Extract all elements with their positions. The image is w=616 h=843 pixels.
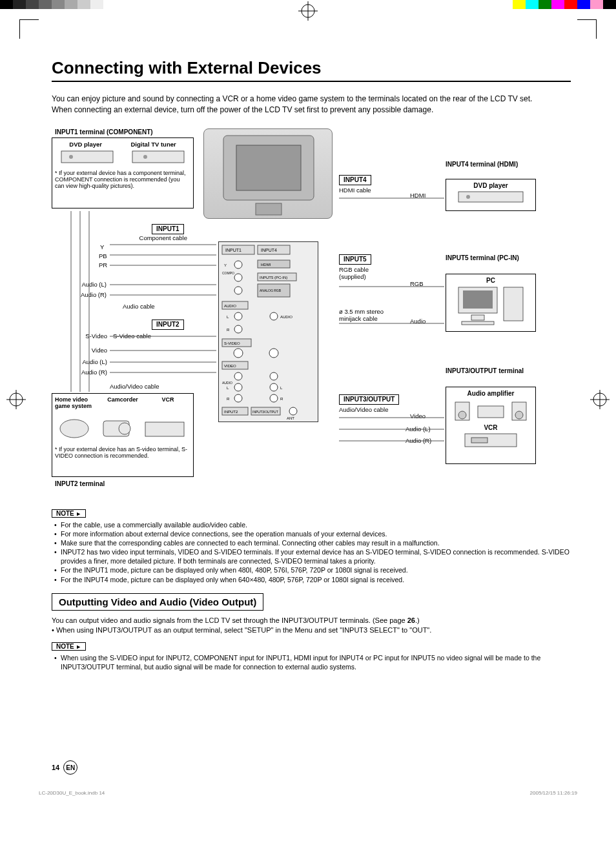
note-tag: NOTE bbox=[52, 642, 86, 651]
y-label: Y bbox=[100, 243, 104, 250]
svg-point-12 bbox=[143, 155, 147, 159]
rgb-cable-label: RGB cable (supplied) bbox=[339, 266, 378, 281]
hdmi-label: HDMI bbox=[410, 192, 426, 199]
svg-rect-18 bbox=[236, 145, 301, 190]
svg-point-53 bbox=[270, 383, 278, 391]
device-icons bbox=[55, 409, 190, 445]
svg-point-49 bbox=[234, 372, 242, 380]
tuner-label: Digital TV tuner bbox=[131, 141, 176, 148]
svg-text:L: L bbox=[280, 386, 283, 390]
svg-text:R: R bbox=[280, 397, 283, 401]
minijack-label: ø 3.5 mm stereo minijack cable bbox=[339, 308, 397, 323]
input5-header: INPUT5 terminal (PC-IN) bbox=[446, 254, 529, 261]
rgb-label: RGB bbox=[410, 280, 424, 287]
page-title: Connecting with External Devices bbox=[52, 58, 571, 82]
pc-label: PC bbox=[449, 277, 533, 284]
svg-rect-76 bbox=[478, 406, 504, 418]
dvd-label: DVD player bbox=[69, 141, 102, 148]
svg-point-68 bbox=[466, 195, 470, 199]
input4-header: INPUT4 terminal (HDMI) bbox=[446, 161, 529, 168]
svg-point-75 bbox=[458, 411, 466, 419]
svg-text:L: L bbox=[227, 386, 229, 390]
audio-l-label: Audio (L) bbox=[68, 281, 107, 288]
svg-point-78 bbox=[515, 411, 523, 419]
intro-line: You can enjoy picture and sound by conne… bbox=[52, 94, 571, 105]
svg-point-50 bbox=[270, 372, 278, 380]
intro-line: When connecting an external device, turn… bbox=[52, 105, 571, 116]
device-icon bbox=[449, 397, 533, 423]
note-item: When using the S-VIDEO input for INPUT2,… bbox=[52, 653, 571, 671]
audio-r-label: Audio (R) bbox=[406, 437, 431, 444]
svg-text:INPUT4: INPUT4 bbox=[261, 248, 277, 252]
note-item: For more information about external devi… bbox=[52, 529, 571, 538]
audio-r-label: Audio (R) bbox=[70, 369, 107, 376]
svideo-label: S-Video bbox=[70, 332, 107, 340]
input4-tag: INPUT4 bbox=[339, 175, 371, 185]
input3-header: INPUT3/OUTPUT terminal bbox=[446, 367, 536, 374]
svg-point-65 bbox=[289, 407, 297, 415]
svg-point-39 bbox=[270, 312, 278, 320]
note-item: Make sure that the corresponding cables … bbox=[52, 538, 571, 547]
lang-badge: EN bbox=[63, 760, 77, 775]
svg-rect-72 bbox=[504, 287, 523, 321]
svg-text:COMPO: COMPO bbox=[222, 271, 234, 275]
svg-point-51 bbox=[234, 383, 242, 391]
comp-cable-label: Component cable bbox=[136, 234, 187, 241]
output-line: When using INPUT3/OUTPUT as an output te… bbox=[56, 626, 431, 634]
svideo-cable-label: S-Video cable bbox=[113, 332, 151, 340]
print-date: 2005/12/15 11:26:19 bbox=[530, 790, 577, 796]
svg-text:VIDEO: VIDEO bbox=[224, 364, 236, 368]
intro-text: You can enjoy picture and sound by conne… bbox=[52, 94, 571, 116]
output-text: You can output video and audio signals f… bbox=[52, 616, 571, 636]
svg-text:INPUT1: INPUT1 bbox=[225, 248, 241, 252]
input2-tag: INPUT2 bbox=[152, 320, 184, 330]
vcr-label: VCR bbox=[449, 424, 533, 431]
notes-section-2: NOTE When using the S-VIDEO input for IN… bbox=[52, 642, 571, 671]
input2-note: If your external device has an S-video t… bbox=[55, 446, 187, 459]
input3-tag: INPUT3/OUTPUT bbox=[339, 394, 399, 405]
input1-box: DVD player Digital TV tuner * If your ex… bbox=[52, 137, 194, 208]
gray-swatches bbox=[0, 0, 103, 9]
page-content: Connecting with External Devices You can… bbox=[0, 13, 616, 787]
svg-text:R: R bbox=[227, 397, 230, 401]
registration-bar bbox=[0, 0, 616, 13]
svg-point-57 bbox=[234, 394, 242, 402]
input1-note: If your external device has a component … bbox=[55, 170, 186, 190]
svg-point-28 bbox=[234, 274, 242, 281]
svg-text:INPUT2: INPUT2 bbox=[224, 410, 238, 414]
svg-text:INPUT3/OUTPUT: INPUT3/OUTPUT bbox=[252, 410, 278, 414]
audio-l-label: Audio (L) bbox=[406, 425, 431, 432]
audio-l-label: Audio (L) bbox=[70, 358, 107, 365]
device-icon bbox=[449, 189, 533, 205]
amp-label: Audio amplifier bbox=[449, 390, 533, 397]
svg-rect-16 bbox=[145, 422, 184, 436]
svg-point-46 bbox=[269, 349, 278, 358]
svg-point-32 bbox=[234, 287, 242, 294]
svg-point-37 bbox=[234, 312, 242, 320]
output-section-title: Outputting Video and Audio (Video Output… bbox=[52, 593, 263, 611]
input1-tag: INPUT1 bbox=[152, 224, 184, 234]
svg-text:HDMI: HDMI bbox=[261, 263, 271, 267]
output-line: .) bbox=[415, 616, 420, 624]
pb-label: PB bbox=[99, 252, 107, 259]
audio-label: Audio bbox=[410, 318, 426, 325]
note-tag: NOTE bbox=[52, 509, 86, 518]
pr-label: PR bbox=[99, 261, 107, 269]
svg-text:S-VIDEO: S-VIDEO bbox=[224, 341, 240, 345]
svg-rect-71 bbox=[471, 315, 484, 320]
svg-point-24 bbox=[234, 261, 242, 269]
svg-point-13 bbox=[60, 420, 88, 438]
audio-r-label: Audio (R) bbox=[68, 291, 107, 298]
svg-rect-70 bbox=[463, 290, 493, 309]
input1-header: INPUT1 terminal (COMPONENT) bbox=[55, 128, 153, 136]
output-line: You can output video and audio signals f… bbox=[52, 616, 407, 624]
print-file: LC-20D30U_E_book.indb 14 bbox=[39, 790, 105, 796]
svg-rect-19 bbox=[256, 203, 282, 215]
print-footer: LC-20D30U_E_book.indb 14 2005/12/15 11:2… bbox=[0, 787, 616, 798]
cam-label: Camcorder bbox=[100, 396, 145, 409]
svg-point-15 bbox=[119, 423, 130, 434]
input2-footer: INPUT2 terminal bbox=[55, 480, 105, 487]
input2-box: Home video game system Camcorder VCR * I… bbox=[52, 393, 194, 477]
svg-text:ANT: ANT bbox=[287, 416, 294, 420]
note-item: For the cable, use a commercially availa… bbox=[52, 520, 571, 529]
